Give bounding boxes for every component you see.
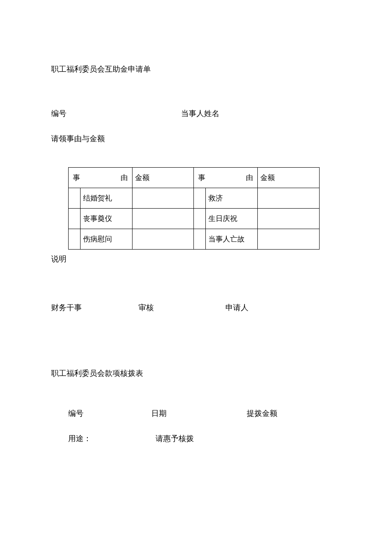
header-reason-right: 事 由 bbox=[194, 168, 258, 188]
form2-date-label: 日期 bbox=[151, 408, 245, 418]
cell-item-left: 结婚贺礼 bbox=[80, 188, 132, 209]
cell-amount-left[interactable] bbox=[132, 188, 194, 209]
form1-explain-label: 说明 bbox=[51, 254, 341, 264]
form1-reason-amount-label: 请领事由与金额 bbox=[51, 134, 341, 144]
form1-row-fields: 编号 当事人姓名 bbox=[51, 108, 341, 119]
form2-purpose-label: 用途： bbox=[68, 433, 153, 444]
cell-check-left[interactable] bbox=[69, 188, 81, 209]
table-row: 伤病慰问 当事人亡故 bbox=[69, 229, 320, 250]
header-reason-char1-left: 事 bbox=[73, 173, 80, 183]
form1-title: 职工福利委员会互助金申请单 bbox=[51, 64, 341, 74]
form2-title: 职工福利委员会款项核拨表 bbox=[51, 368, 341, 378]
form1-person-name-label: 当事人姓名 bbox=[181, 108, 219, 119]
form2-row2: 用途： 请惠予核拨 bbox=[51, 433, 341, 444]
table-header-row: 事 由 金额 事 由 金额 bbox=[69, 168, 320, 188]
header-reason-char2-right: 由 bbox=[246, 173, 253, 183]
cell-check-right[interactable] bbox=[194, 188, 206, 209]
cell-item-right: 救济 bbox=[206, 188, 258, 209]
table-row: 结婚贺礼 救济 bbox=[69, 188, 320, 209]
sign-finance-label: 财务干事 bbox=[51, 302, 136, 313]
reason-table: 事 由 金额 事 由 金额 结婚贺礼 救济 bbox=[68, 167, 320, 250]
cell-amount-right[interactable] bbox=[258, 188, 320, 209]
cell-check-left[interactable] bbox=[69, 229, 81, 250]
header-reason-left: 事 由 bbox=[69, 168, 133, 188]
header-amount-left: 金额 bbox=[132, 168, 194, 188]
cell-item-right: 当事人亡故 bbox=[206, 229, 258, 250]
cell-check-left[interactable] bbox=[69, 209, 81, 229]
form2-row1: 编号 日期 提拨金额 bbox=[51, 408, 341, 418]
cell-item-left: 丧事奠仪 bbox=[80, 209, 132, 229]
cell-amount-right[interactable] bbox=[258, 209, 320, 229]
cell-item-left: 伤病慰问 bbox=[80, 229, 132, 250]
cell-amount-right[interactable] bbox=[258, 229, 320, 250]
sign-applicant-label: 申请人 bbox=[225, 302, 248, 313]
header-reason-char2-left: 由 bbox=[121, 173, 128, 183]
form1-sign-row: 财务干事 审核 申请人 bbox=[51, 302, 341, 313]
cell-item-right: 生日庆祝 bbox=[206, 209, 258, 229]
table-row: 丧事奠仪 生日庆祝 bbox=[69, 209, 320, 229]
header-amount-right: 金额 bbox=[258, 168, 320, 188]
sign-review-label: 审核 bbox=[138, 302, 224, 313]
form2-number-label: 编号 bbox=[68, 408, 149, 418]
cell-amount-left[interactable] bbox=[132, 209, 194, 229]
form2-amount-label: 提拨金额 bbox=[247, 408, 277, 418]
cell-check-right[interactable] bbox=[194, 209, 206, 229]
header-reason-char1-right: 事 bbox=[198, 173, 205, 183]
form1-table-wrapper: 事 由 金额 事 由 金额 结婚贺礼 救济 bbox=[51, 167, 341, 250]
cell-amount-left[interactable] bbox=[132, 229, 194, 250]
form1-number-label: 编号 bbox=[51, 108, 179, 119]
form2-approval-label: 请惠予核拨 bbox=[156, 433, 194, 444]
cell-check-right[interactable] bbox=[194, 229, 206, 250]
